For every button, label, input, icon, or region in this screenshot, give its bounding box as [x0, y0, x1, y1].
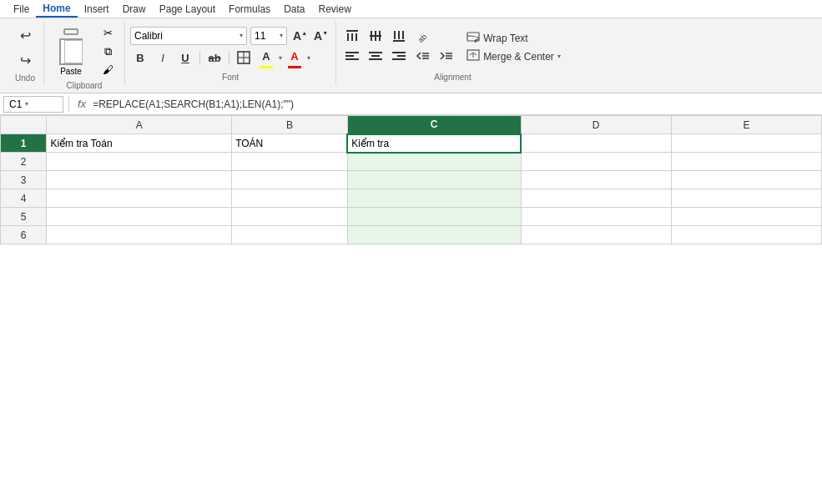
row-num-3: 3 — [1, 171, 47, 189]
cell-a1[interactable]: Kiểm tra Toán — [47, 134, 232, 153]
cell-d3[interactable] — [521, 171, 671, 189]
col-header-e[interactable]: E — [671, 116, 821, 134]
cell-e3[interactable] — [671, 171, 821, 189]
spreadsheet: A B C D E 1 Kiểm tra Toán TOÁN Kiểm tra … — [0, 115, 822, 244]
cell-d5[interactable] — [521, 208, 671, 226]
bold-button[interactable]: B — [130, 48, 150, 67]
cell-e4[interactable] — [671, 189, 821, 208]
cell-b1[interactable]: TOÁN — [232, 134, 348, 153]
font-name-selector[interactable]: Calibri ▾ — [130, 27, 247, 45]
fill-color-button[interactable]: A — [256, 48, 276, 66]
copy-button[interactable]: ⧉ — [96, 43, 119, 60]
cell-e5[interactable] — [671, 208, 821, 226]
col-header-d[interactable]: D — [521, 116, 671, 134]
font-group: Calibri ▾ 11 ▾ A▲ A▼ B I — [125, 22, 336, 85]
alignment-group: ab — [336, 22, 569, 85]
cell-b2[interactable] — [232, 153, 348, 171]
formula-content[interactable]: =REPLACE(A1;SEARCH(B1;A1);LEN(A1);"") — [93, 98, 294, 110]
menu-insert[interactable]: Insert — [78, 2, 116, 17]
undo-group: ↩ ↪ Undo — [7, 22, 44, 85]
right-align-button[interactable] — [388, 47, 410, 65]
cell-e2[interactable] — [671, 153, 821, 171]
border-button[interactable] — [234, 48, 254, 67]
cell-c5[interactable] — [347, 208, 521, 226]
increase-indent-button[interactable] — [435, 47, 456, 65]
bottom-align-button[interactable] — [388, 27, 410, 45]
redo-button[interactable]: ↪ — [12, 48, 38, 72]
menu-draw[interactable]: Draw — [116, 2, 153, 17]
font-color-arrow[interactable]: ▾ — [307, 54, 310, 62]
format-painter-button[interactable]: 🖌 — [96, 62, 119, 78]
font-color-bar — [288, 66, 301, 68]
merge-center-label: Merge & Center — [483, 51, 554, 63]
merge-center-button[interactable]: Merge & Center ▾ — [463, 48, 564, 64]
cell-c1[interactable]: Kiểm tra — [347, 134, 521, 153]
font-size-selector[interactable]: 11 ▾ — [250, 27, 287, 45]
decrease-indent-button[interactable] — [411, 47, 433, 65]
undo-button[interactable]: ↩ — [12, 23, 38, 47]
menu-formulas[interactable]: Formulas — [222, 2, 277, 17]
fill-color-arrow[interactable]: ▾ — [279, 54, 282, 62]
cut-button[interactable]: ✂ — [96, 25, 119, 42]
font-name-arrow: ▾ — [240, 32, 243, 39]
increase-font-btn[interactable]: A▲ — [290, 29, 310, 43]
orientation-button[interactable]: ab — [411, 27, 433, 45]
cell-d2[interactable] — [521, 153, 671, 171]
sep2 — [229, 51, 229, 64]
cell-d4[interactable] — [521, 189, 671, 208]
font-size-label: 11 — [255, 30, 265, 42]
sheet-table: A B C D E 1 Kiểm tra Toán TOÁN Kiểm tra … — [0, 115, 822, 244]
ribbon: ↩ ↪ Undo Paste ✂ — [0, 18, 822, 93]
font-color-button[interactable]: A — [285, 48, 305, 66]
col-header-c[interactable]: C — [347, 116, 521, 134]
font-size-arrow: ▾ — [280, 32, 283, 39]
cell-c4[interactable] — [347, 189, 521, 208]
cell-c6[interactable] — [347, 226, 521, 244]
cell-a2[interactable] — [47, 153, 232, 171]
cell-reference-box[interactable]: C1 ▾ — [3, 96, 63, 113]
strikethrough-button[interactable]: ab — [204, 48, 224, 67]
cell-ref-arrow: ▾ — [25, 100, 28, 108]
col-header-a[interactable]: A — [47, 116, 232, 134]
cell-e1[interactable] — [671, 134, 821, 153]
cell-b6[interactable] — [232, 226, 348, 244]
paste-label: Paste — [60, 67, 82, 76]
merge-dropdown-arrow[interactable]: ▾ — [557, 53, 561, 60]
cell-a5[interactable] — [47, 208, 232, 226]
menu-data[interactable]: Data — [277, 2, 311, 17]
menu-page-layout[interactable]: Page Layout — [153, 2, 222, 17]
underline-button[interactable]: U — [175, 48, 195, 67]
font-group-label: Font — [222, 71, 239, 83]
cell-a3[interactable] — [47, 171, 232, 189]
top-align-button[interactable] — [341, 27, 363, 45]
col-header-b[interactable]: B — [232, 116, 348, 134]
fx-label: fx — [74, 98, 89, 110]
undo-group-label: Undo — [15, 72, 35, 84]
cell-d6[interactable] — [521, 226, 671, 244]
center-align-button[interactable] — [365, 47, 386, 65]
left-align-button[interactable] — [341, 47, 363, 65]
middle-align-button[interactable] — [365, 27, 386, 45]
fill-color-bar — [260, 66, 273, 68]
cell-c3[interactable] — [347, 171, 521, 189]
table-row: 4 — [1, 189, 822, 208]
wrap-text-button[interactable]: Wrap Text — [463, 30, 564, 46]
sep1 — [199, 51, 200, 64]
cell-a6[interactable] — [47, 226, 232, 244]
menu-home[interactable]: Home — [36, 1, 77, 18]
decrease-font-btn[interactable]: A▼ — [311, 29, 330, 43]
cell-b3[interactable] — [232, 171, 348, 189]
cell-d1[interactable] — [521, 134, 671, 153]
row-num-1: 1 — [1, 134, 47, 153]
cell-b4[interactable] — [232, 189, 348, 208]
cell-c2[interactable] — [347, 153, 521, 171]
cell-b5[interactable] — [232, 208, 348, 226]
paste-button[interactable]: Paste — [49, 23, 93, 79]
row-num-2: 2 — [1, 153, 47, 171]
menu-review[interactable]: Review — [311, 2, 357, 17]
clipboard-group: Paste ✂ ⧉ 🖌 Clipboard — [44, 22, 125, 85]
menu-file[interactable]: File — [7, 2, 36, 17]
cell-e6[interactable] — [671, 226, 821, 244]
cell-a4[interactable] — [47, 189, 232, 208]
italic-button[interactable]: I — [153, 48, 173, 67]
